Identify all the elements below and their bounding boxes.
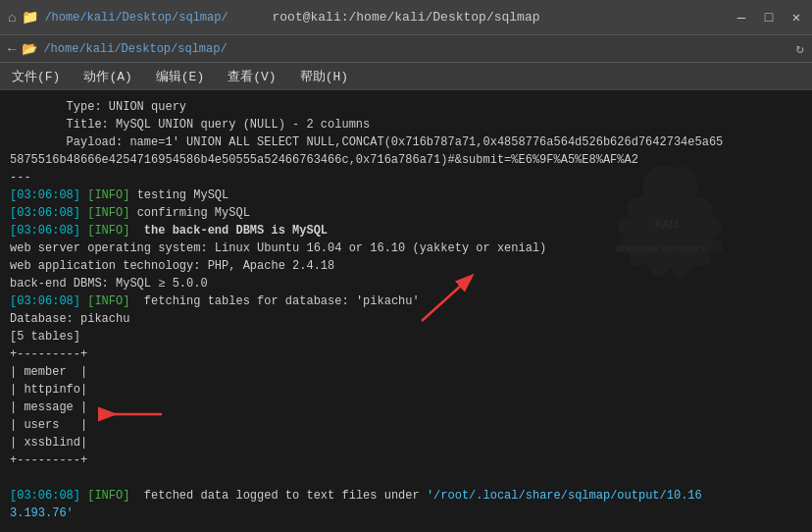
terminal-line: | xssblind| — [10, 434, 802, 452]
terminal-line: | message | — [10, 399, 802, 416]
path-display: /home/kali/Desktop/sqlmap/ — [43, 42, 227, 56]
titlebar-left: ⌂ 📁 /home/kali/Desktop/sqlmap/ — [8, 9, 228, 26]
menu-help[interactable]: 帮助(H) — [296, 66, 352, 87]
terminal-line: +---------+ — [10, 346, 802, 363]
menu-file[interactable]: 文件(F) — [8, 66, 64, 87]
terminal-line: web server operating system: Linux Ubunt… — [10, 239, 802, 257]
terminal-line: +---------+ — [10, 452, 802, 469]
terminal-line: Database: pikachu — [10, 310, 802, 328]
menu-edit[interactable]: 编辑(E) — [152, 66, 208, 87]
refresh-icon[interactable]: ↻ — [796, 40, 804, 57]
path-folder-icon: 📂 — [22, 41, 37, 57]
terminal-line: | httpinfo| — [10, 381, 802, 399]
menubar: 文件(F) 动作(A) 编辑(E) 查看(V) 帮助(H) — [0, 63, 812, 90]
terminal-line: | users | — [10, 416, 802, 434]
terminal-line: Type: UNION query — [10, 98, 802, 116]
terminal[interactable]: KALI FFENSIVE SECURITY Type: UNION query… — [0, 90, 812, 532]
home-icon: ⌂ — [8, 10, 16, 26]
terminal-line: [03:06:08] [INFO] the back-end DBMS is M… — [10, 222, 802, 239]
terminal-line: | member | — [10, 363, 802, 381]
terminal-line: Title: MySQL UNION query (NULL) - 2 colu… — [10, 116, 802, 133]
menu-action[interactable]: 动作(A) — [79, 66, 135, 87]
back-icon[interactable]: ← — [8, 41, 16, 57]
folder-icon: 📁 — [22, 9, 38, 26]
terminal-line: Payload: name=1' UNION ALL SELECT NULL,C… — [10, 133, 802, 169]
path-text: /home/kali/Desktop/sqlmap/ — [44, 11, 228, 25]
titlebar: ⌂ 📁 /home/kali/Desktop/sqlmap/ root@kali… — [0, 0, 812, 35]
titlebar-controls: — □ ✕ — [734, 9, 804, 26]
terminal-line: [03:06:08] [INFO] confirming MySQL — [10, 204, 802, 222]
close-button[interactable]: ✕ — [788, 9, 804, 26]
terminal-line: back-end DBMS: MySQL ≥ 5.0.0 — [10, 275, 802, 293]
titlebar-title: root@kali:/home/kali/Desktop/sqlmap — [272, 10, 539, 25]
terminal-line — [10, 522, 802, 532]
terminal-line: [03:06:08] [INFO] testing MySQL — [10, 186, 802, 204]
terminal-line: web application technology: PHP, Apache … — [10, 257, 802, 275]
maximize-button[interactable]: □ — [761, 10, 777, 26]
terminal-line: [03:06:08] [INFO] fetched data logged to… — [10, 487, 802, 522]
terminal-line — [10, 469, 802, 487]
pathbar: ← 📂 /home/kali/Desktop/sqlmap/ ↻ — [0, 35, 812, 63]
terminal-line: [5 tables] — [10, 328, 802, 346]
terminal-line: [03:06:08] [INFO] fetching tables for da… — [10, 293, 802, 310]
menu-view[interactable]: 查看(V) — [224, 66, 279, 87]
terminal-line: --- — [10, 169, 802, 186]
minimize-button[interactable]: — — [734, 10, 749, 26]
